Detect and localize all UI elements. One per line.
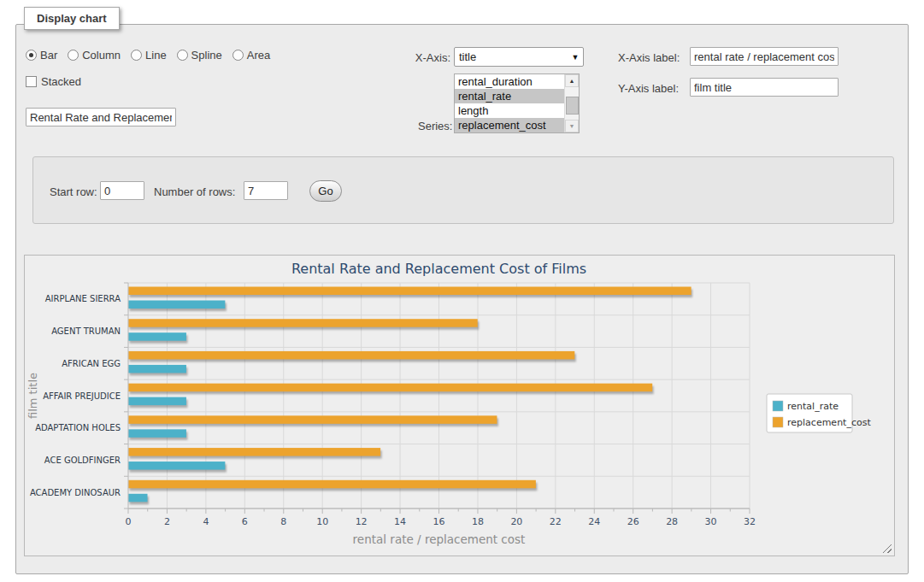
listbox-scrollbar[interactable]: ▲ ▼ [564, 74, 579, 132]
series-listbox[interactable]: ▲ ▼ rental_durationrental_ratelengthrepl… [454, 73, 580, 133]
chevron-down-icon: ▼ [568, 53, 583, 62]
x-axis-title: rental rate / replacement cost [353, 532, 526, 546]
x-tick-label: 30 [705, 516, 717, 527]
legend-label-rental_rate[interactable]: rental_rate [787, 401, 839, 412]
bar-replacement_cost-agent-truman [128, 319, 478, 327]
chart-type-radio-column[interactable]: Column [68, 49, 121, 62]
chart-type-radio-group: BarColumnLineSplineArea [26, 49, 275, 62]
series-option-rental_duration[interactable]: rental_duration [455, 74, 565, 89]
go-button[interactable]: Go [309, 180, 342, 202]
bar-replacement_cost-ace-goldfinger [128, 448, 380, 456]
x-tick-label: 16 [433, 516, 445, 527]
chart-title: Rental Rate and Replacement Cost of Film… [291, 261, 586, 277]
x-tick-label: 10 [316, 516, 328, 527]
x-tick-label: 4 [203, 516, 209, 527]
bar-rental_rate-adaptation-holes [128, 429, 186, 438]
bar-replacement_cost-adaptation-holes [128, 415, 497, 424]
chart-type-radio-line[interactable]: Line [131, 49, 167, 62]
x-tick-label: 28 [666, 516, 678, 527]
chart-type-label: Area [247, 49, 270, 62]
radio-button-icon[interactable] [26, 50, 37, 61]
series-option-rental_rate[interactable]: rental_rate [455, 89, 565, 103]
chart-type-label: Spline [191, 49, 222, 62]
series-option-replacement_cost[interactable]: replacement_cost [455, 118, 565, 132]
x-axis-label-label: X-Axis label: [618, 51, 680, 64]
bar-replacement_cost-african-egg [128, 351, 574, 360]
category-label: ACE GOLDFINGER [44, 456, 121, 465]
chart-type-label: Bar [40, 49, 57, 62]
radio-button-icon[interactable] [68, 50, 79, 61]
x-tick-label: 6 [242, 516, 248, 527]
stacked-label: Stacked [41, 75, 81, 88]
radio-button-icon[interactable] [131, 50, 142, 61]
number-of-rows-input[interactable] [244, 181, 288, 200]
category-label: ACADEMY DINOSAUR [30, 488, 121, 497]
y-axis-label-input[interactable] [690, 78, 839, 97]
scrollbar-up-arrow-icon[interactable]: ▲ [565, 74, 579, 87]
legend-swatch-rental_rate[interactable] [773, 401, 783, 411]
x-tick-label: 14 [394, 516, 406, 527]
x-axis-select-label: X-Axis: [412, 51, 450, 64]
bar-rental_rate-airplane-sierra [128, 301, 225, 309]
start-row-input[interactable] [100, 181, 144, 200]
chart-legend: rental_ratereplacement_cost [767, 394, 871, 432]
x-tick-label: 24 [588, 516, 600, 527]
chart-type-radio-bar[interactable]: Bar [26, 49, 57, 62]
chart-type-label: Column [82, 49, 121, 62]
x-tick-label: 0 [126, 516, 132, 527]
series-option-length[interactable]: length [455, 103, 565, 118]
x-tick-label: 20 [510, 516, 522, 527]
stacked-checkbox[interactable] [26, 76, 37, 87]
category-label: AFFAIR PREJUDICE [43, 391, 121, 401]
bar-rental_rate-academy-dinosaur [128, 494, 147, 503]
bar-replacement_cost-airplane-sierra [128, 287, 692, 296]
y-axis-label-label: Y-Axis label: [618, 82, 679, 95]
legend-label-replacement_cost[interactable]: replacement_cost [787, 417, 871, 428]
number-of-rows-label: Number of rows: [154, 185, 235, 198]
y-axis-title: film title [26, 373, 39, 419]
stacked-checkbox-row: Stacked [26, 75, 81, 88]
bar-rental_rate-ace-goldfinger [128, 461, 225, 470]
bar-replacement_cost-academy-dinosaur [128, 480, 536, 489]
bar-rental_rate-affair-prejudice [128, 397, 186, 406]
scrollbar-down-arrow-icon[interactable]: ▼ [565, 120, 579, 132]
x-tick-label: 26 [627, 516, 639, 527]
x-tick-label: 32 [744, 516, 756, 527]
radio-button-icon[interactable] [232, 50, 244, 61]
category-label: AGENT TRUMAN [51, 326, 121, 336]
bar-replacement_cost-affair-prejudice [128, 384, 652, 392]
chart-type-radio-area[interactable]: Area [232, 49, 270, 62]
start-row-label: Start row: [50, 185, 97, 198]
category-label: AFRICAN EGG [62, 359, 121, 368]
x-axis-selected-value: title [455, 50, 568, 63]
category-label: ADAPTATION HOLES [35, 423, 121, 432]
chart-canvas: Rental Rate and Replacement Cost of Film… [25, 256, 894, 556]
x-tick-label: 22 [550, 516, 562, 527]
chart-type-radio-spline[interactable]: Spline [177, 49, 222, 62]
category-label: AIRPLANE SIERRA [45, 294, 121, 303]
x-axis-select[interactable]: title ▼ [454, 47, 584, 67]
scrollbar-thumb[interactable] [566, 97, 579, 115]
fieldset-legend: Display chart [24, 7, 120, 30]
x-tick-label: 18 [472, 516, 484, 527]
x-tick-label: 8 [280, 516, 286, 527]
chart-panel: Rental Rate and Replacement Cost of Film… [24, 255, 895, 556]
x-tick-label: 12 [356, 516, 368, 527]
x-tick-label: 2 [164, 516, 170, 527]
bar-rental_rate-african-egg [128, 365, 186, 373]
chart-type-label: Line [145, 49, 167, 62]
bar-rental_rate-agent-truman [128, 332, 186, 341]
legend-swatch-replacement_cost[interactable] [773, 417, 783, 427]
x-axis-label-input[interactable] [690, 47, 839, 66]
radio-button-icon[interactable] [177, 50, 188, 61]
chart-title-input[interactable] [26, 108, 176, 126]
series-list-label: Series: [418, 120, 450, 132]
